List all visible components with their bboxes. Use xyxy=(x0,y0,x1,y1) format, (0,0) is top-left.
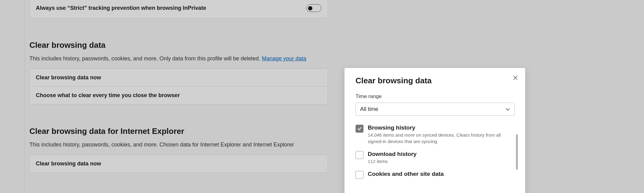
time-range-select[interactable]: All time xyxy=(356,103,515,116)
checkbox-browsing-history[interactable] xyxy=(356,125,363,133)
modal-overlay xyxy=(0,0,644,193)
dialog-item-list: Browsing history 14,046 items and more o… xyxy=(356,124,515,179)
item-title: Download history xyxy=(368,151,416,157)
time-range-value: All time xyxy=(360,106,378,112)
checkbox-download-history[interactable] xyxy=(356,151,363,159)
time-range-label: Time range xyxy=(356,93,514,100)
close-icon xyxy=(513,75,518,80)
check-item-cookies: Cookies and other site data xyxy=(356,171,515,179)
scrollbar-thumb[interactable] xyxy=(516,134,518,170)
check-item-download-history: Download history 112 items xyxy=(356,151,515,165)
item-sub: 112 items xyxy=(368,158,416,165)
item-title: Cookies and other site data xyxy=(368,171,444,177)
item-sub: 14,046 items and more on synced devices.… xyxy=(368,132,503,145)
item-title: Browsing history xyxy=(368,124,503,131)
checkbox-cookies[interactable] xyxy=(356,171,363,179)
dialog-title: Clear browsing data xyxy=(356,76,514,85)
clear-browsing-dialog: Clear browsing data Time range All time … xyxy=(345,68,525,193)
close-button[interactable] xyxy=(511,74,520,82)
check-item-browsing-history: Browsing history 14,046 items and more o… xyxy=(356,124,515,145)
chevron-down-icon xyxy=(505,107,510,112)
